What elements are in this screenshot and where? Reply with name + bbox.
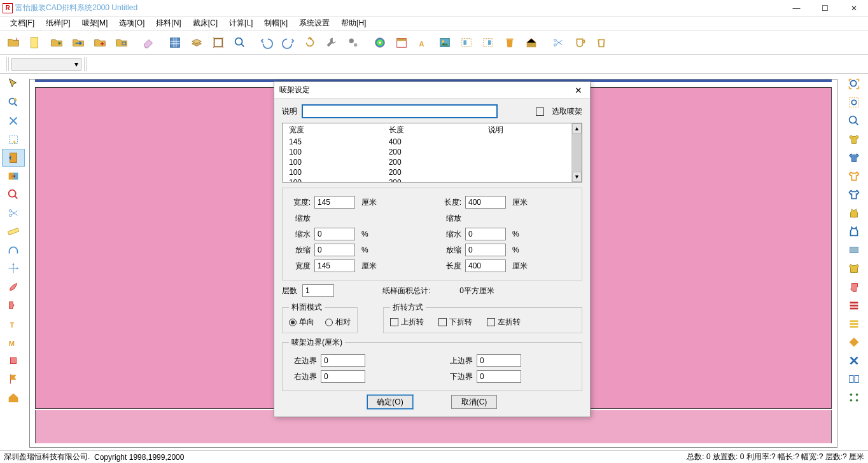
split-tool[interactable] xyxy=(843,370,865,388)
rect-tool[interactable] xyxy=(843,241,865,259)
axis-tool[interactable] xyxy=(2,259,25,277)
rotate-icon[interactable] xyxy=(300,33,319,52)
menu-cap[interactable]: 制帽[k] xyxy=(259,17,293,30)
dots-tool[interactable] xyxy=(843,389,865,406)
glove-tool[interactable] xyxy=(843,278,865,296)
shirt-green-tool[interactable] xyxy=(843,167,865,185)
leaf-tool[interactable] xyxy=(2,278,25,296)
folder-box-icon[interactable] xyxy=(112,33,131,52)
cross-blue-tool[interactable] xyxy=(843,352,865,370)
house-icon[interactable] xyxy=(522,33,541,52)
border-right-input[interactable] xyxy=(321,370,365,383)
fold-down-checkbox[interactable] xyxy=(438,318,447,326)
minimize-button[interactable]: — xyxy=(782,0,811,17)
menu-pattern[interactable]: 纸样[P] xyxy=(41,17,76,30)
zoom-area-tool[interactable] xyxy=(843,93,865,111)
menu-file[interactable]: 文档[F] xyxy=(5,17,39,30)
jacket-tool[interactable] xyxy=(843,259,865,277)
fold-up-checkbox[interactable] xyxy=(390,318,398,326)
shrink-l-input[interactable] xyxy=(465,228,506,240)
menu-system[interactable]: 系统设置 xyxy=(294,17,335,30)
layout2-icon[interactable] xyxy=(479,33,498,52)
layers-input[interactable] xyxy=(302,284,334,297)
text-a-icon[interactable]: A xyxy=(414,33,433,52)
length-input[interactable] xyxy=(465,196,506,209)
trash-orange-icon[interactable] xyxy=(500,33,519,52)
headphones-tool[interactable] xyxy=(2,241,25,259)
wrench-icon[interactable] xyxy=(322,33,341,52)
shrink-w-input[interactable] xyxy=(314,228,355,240)
vest-tool[interactable] xyxy=(843,204,865,222)
text-t-tool[interactable]: T xyxy=(2,315,25,333)
menu-calc[interactable]: 计算[L] xyxy=(224,17,258,30)
frame-list[interactable]: 宽度 长度 说明 145400 100200 100200 100200 100… xyxy=(282,123,582,183)
menu-cut[interactable]: 裁床[C] xyxy=(188,17,223,30)
ok-button[interactable]: 确定(O) xyxy=(367,395,413,409)
zoom-cursor-tool[interactable] xyxy=(2,93,25,111)
grid-icon[interactable] xyxy=(165,33,185,52)
folder-right-icon[interactable] xyxy=(47,33,66,52)
grid-m-tool[interactable]: M xyxy=(2,333,25,351)
list-row[interactable]: 100200 xyxy=(283,177,582,183)
lens-icon[interactable] xyxy=(230,33,249,52)
toolbar-handle-2[interactable] xyxy=(84,57,87,71)
vest2-tool[interactable] xyxy=(843,223,865,240)
menu-options[interactable]: 选项[O] xyxy=(114,17,150,30)
frame-icon[interactable] xyxy=(209,33,228,52)
dialog-titlebar[interactable]: 唛架设定 ✕ xyxy=(274,82,590,99)
flag-tool[interactable] xyxy=(2,370,25,388)
close-button[interactable]: ✕ xyxy=(839,0,868,17)
swap-sheet-tool[interactable] xyxy=(2,167,25,185)
border-left-input[interactable] xyxy=(321,354,365,367)
cancel-button[interactable]: 取消(C) xyxy=(451,395,497,409)
zoom-lens-tool[interactable] xyxy=(843,112,865,130)
bin-icon[interactable] xyxy=(592,33,611,52)
folder-plus-icon[interactable] xyxy=(90,33,109,52)
width2-input[interactable] xyxy=(314,259,355,272)
new-page-icon[interactable] xyxy=(25,33,45,52)
menu-help[interactable]: 帮助[H] xyxy=(336,17,371,30)
face-relative-radio[interactable] xyxy=(325,319,333,326)
dialog-close-button[interactable]: ✕ xyxy=(572,85,585,95)
select-frame-checkbox[interactable] xyxy=(536,107,544,116)
scroll-up-icon[interactable]: ▲ xyxy=(572,123,582,134)
pointer-tool[interactable] xyxy=(2,75,25,93)
sheet-orange-tool[interactable] xyxy=(2,149,25,167)
ruler-tool[interactable] xyxy=(2,223,25,240)
list-row[interactable]: 100200 xyxy=(283,157,582,167)
length2-input[interactable] xyxy=(465,259,506,272)
square-small-tool[interactable] xyxy=(2,352,25,370)
redo-icon[interactable] xyxy=(279,33,298,52)
shirt-brown-tool[interactable] xyxy=(843,186,865,204)
diamond-tool[interactable] xyxy=(843,333,865,351)
border-bottom-input[interactable] xyxy=(477,370,521,383)
shirt-yellow-tool[interactable] xyxy=(843,130,865,148)
zoom-fit-tool[interactable] xyxy=(843,75,865,93)
menu-marker[interactable]: 唛架[M] xyxy=(77,17,113,30)
layer-dropdown[interactable]: ▾ xyxy=(11,58,81,71)
scissors-tool[interactable] xyxy=(2,204,25,222)
scroll-thumb[interactable] xyxy=(572,134,582,172)
menu-nest[interactable]: 排料[N] xyxy=(151,17,186,30)
select-box-tool[interactable] xyxy=(2,130,25,148)
face-single-radio[interactable] xyxy=(289,319,297,326)
layout1-icon[interactable] xyxy=(457,33,476,52)
list-row[interactable]: 100200 xyxy=(283,147,582,157)
eraser-icon[interactable] xyxy=(139,33,158,52)
toolbar-handle[interactable] xyxy=(6,57,9,71)
scissors-icon[interactable] xyxy=(549,33,568,52)
open-folder-icon[interactable] xyxy=(4,33,23,52)
disc-icon[interactable] xyxy=(370,33,389,52)
calendar-icon[interactable] xyxy=(392,33,411,52)
puzzle-tool[interactable] xyxy=(2,296,25,314)
home-tool[interactable] xyxy=(2,389,25,406)
scroll-down-icon[interactable]: ▼ xyxy=(572,172,582,182)
shirt-blue-tool[interactable] xyxy=(843,149,865,167)
gears-icon[interactable] xyxy=(344,33,363,52)
expand-w-input[interactable] xyxy=(314,244,355,256)
undo-icon[interactable] xyxy=(257,33,276,52)
stack-icon[interactable] xyxy=(187,33,206,52)
border-top-input[interactable] xyxy=(477,354,521,367)
maximize-button[interactable]: ☐ xyxy=(811,0,839,17)
list-scrollbar[interactable]: ▲ ▼ xyxy=(571,123,582,182)
